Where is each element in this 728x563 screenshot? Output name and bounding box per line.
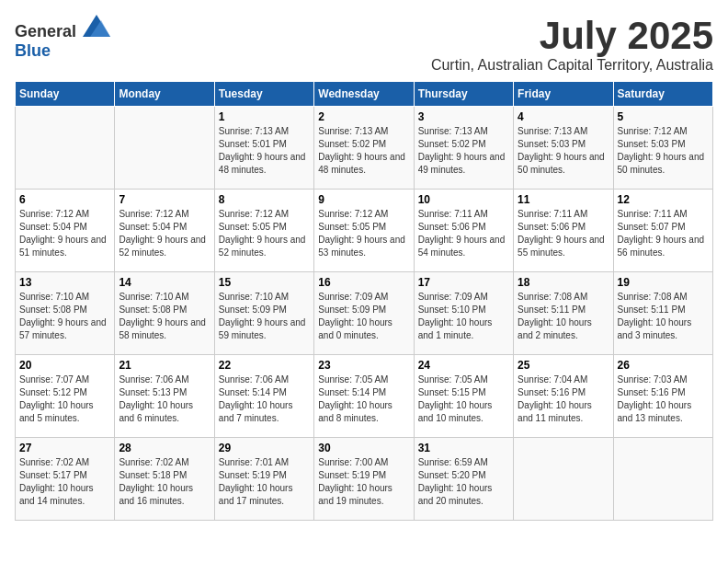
day-number: 8 (219, 193, 310, 206)
calendar-cell: 11Sunrise: 7:11 AM Sunset: 5:06 PM Dayli… (514, 190, 613, 272)
day-info: Sunrise: 7:01 AM Sunset: 5:19 PM Dayligh… (219, 456, 310, 508)
day-info: Sunrise: 7:08 AM Sunset: 5:11 PM Dayligh… (518, 291, 609, 342)
day-info: Sunrise: 7:10 AM Sunset: 5:08 PM Dayligh… (119, 291, 210, 342)
day-number: 22 (219, 359, 310, 372)
logo-blue: Blue (15, 41, 51, 60)
calendar-cell: 23Sunrise: 7:05 AM Sunset: 5:14 PM Dayli… (314, 355, 414, 438)
calendar-cell: 3Sunrise: 7:13 AM Sunset: 5:02 PM Daylig… (414, 107, 513, 190)
day-info: Sunrise: 7:12 AM Sunset: 5:04 PM Dayligh… (19, 208, 110, 259)
calendar-cell: 28Sunrise: 7:02 AM Sunset: 5:18 PM Dayli… (115, 438, 214, 521)
day-number: 2 (318, 110, 409, 123)
day-number: 6 (19, 193, 110, 206)
logo-general: General (15, 22, 76, 40)
day-info: Sunrise: 7:10 AM Sunset: 5:08 PM Dayligh… (19, 291, 110, 342)
day-number: 24 (418, 359, 509, 372)
calendar-body: 1Sunrise: 7:13 AM Sunset: 5:01 PM Daylig… (16, 107, 713, 521)
day-info: Sunrise: 7:07 AM Sunset: 5:12 PM Dayligh… (19, 373, 110, 425)
day-info: Sunrise: 7:12 AM Sunset: 5:05 PM Dayligh… (318, 208, 409, 259)
weekday-header-cell: Sunday (16, 82, 115, 107)
day-info: Sunrise: 7:13 AM Sunset: 5:01 PM Dayligh… (219, 125, 310, 177)
calendar-cell: 30Sunrise: 7:00 AM Sunset: 5:19 PM Dayli… (314, 438, 414, 521)
calendar-table: SundayMondayTuesdayWednesdayThursdayFrid… (15, 81, 713, 521)
day-number: 11 (518, 193, 609, 206)
day-number: 5 (618, 110, 709, 123)
day-number: 13 (19, 276, 110, 289)
calendar-cell: 10Sunrise: 7:11 AM Sunset: 5:06 PM Dayli… (414, 190, 513, 272)
calendar-cell: 27Sunrise: 7:02 AM Sunset: 5:17 PM Dayli… (16, 438, 115, 521)
calendar-cell: 21Sunrise: 7:06 AM Sunset: 5:13 PM Dayli… (115, 355, 214, 438)
day-number: 23 (318, 359, 409, 372)
day-number: 15 (219, 276, 310, 289)
day-info: Sunrise: 6:59 AM Sunset: 5:20 PM Dayligh… (418, 456, 509, 508)
day-info: Sunrise: 7:09 AM Sunset: 5:10 PM Dayligh… (418, 291, 509, 342)
calendar-cell: 24Sunrise: 7:05 AM Sunset: 5:15 PM Dayli… (414, 355, 513, 438)
calendar-cell: 29Sunrise: 7:01 AM Sunset: 5:19 PM Dayli… (214, 438, 313, 521)
page-header: General Blue July 2025 Curtin, Australia… (15, 15, 713, 74)
calendar-cell: 26Sunrise: 7:03 AM Sunset: 5:16 PM Dayli… (613, 355, 712, 438)
calendar-week-row: 20Sunrise: 7:07 AM Sunset: 5:12 PM Dayli… (16, 355, 713, 438)
day-number: 30 (318, 442, 409, 454)
day-info: Sunrise: 7:12 AM Sunset: 5:04 PM Dayligh… (119, 208, 210, 259)
calendar-cell: 20Sunrise: 7:07 AM Sunset: 5:12 PM Dayli… (16, 355, 115, 438)
calendar-cell: 9Sunrise: 7:12 AM Sunset: 5:05 PM Daylig… (314, 190, 414, 272)
day-number: 26 (618, 359, 709, 372)
day-number: 16 (318, 276, 409, 289)
day-info: Sunrise: 7:11 AM Sunset: 5:07 PM Dayligh… (618, 208, 709, 259)
calendar-week-row: 1Sunrise: 7:13 AM Sunset: 5:01 PM Daylig… (16, 107, 713, 190)
day-number: 17 (418, 276, 509, 289)
day-info: Sunrise: 7:04 AM Sunset: 5:16 PM Dayligh… (518, 373, 609, 425)
calendar-cell: 13Sunrise: 7:10 AM Sunset: 5:08 PM Dayli… (16, 272, 115, 355)
day-number: 4 (518, 110, 609, 123)
day-number: 1 (219, 110, 310, 123)
logo-icon (83, 15, 110, 37)
day-info: Sunrise: 7:02 AM Sunset: 5:17 PM Dayligh… (19, 456, 110, 508)
day-info: Sunrise: 7:02 AM Sunset: 5:18 PM Dayligh… (119, 456, 210, 508)
day-number: 9 (318, 193, 409, 206)
weekday-header-cell: Friday (514, 82, 613, 107)
calendar-cell: 1Sunrise: 7:13 AM Sunset: 5:01 PM Daylig… (214, 107, 313, 190)
day-info: Sunrise: 7:10 AM Sunset: 5:09 PM Dayligh… (219, 291, 310, 342)
day-number: 12 (618, 193, 709, 206)
day-info: Sunrise: 7:13 AM Sunset: 5:03 PM Dayligh… (518, 125, 609, 177)
day-info: Sunrise: 7:08 AM Sunset: 5:11 PM Dayligh… (618, 291, 709, 342)
calendar-cell: 25Sunrise: 7:04 AM Sunset: 5:16 PM Dayli… (514, 355, 613, 438)
calendar-cell (613, 438, 712, 521)
day-info: Sunrise: 7:12 AM Sunset: 5:05 PM Dayligh… (219, 208, 310, 259)
month-title: July 2025 (431, 15, 713, 57)
day-info: Sunrise: 7:06 AM Sunset: 5:14 PM Dayligh… (219, 373, 310, 425)
day-info: Sunrise: 7:13 AM Sunset: 5:02 PM Dayligh… (418, 125, 509, 177)
day-number: 31 (418, 442, 509, 454)
calendar-cell: 15Sunrise: 7:10 AM Sunset: 5:09 PM Dayli… (214, 272, 313, 355)
calendar-cell: 17Sunrise: 7:09 AM Sunset: 5:10 PM Dayli… (414, 272, 513, 355)
day-info: Sunrise: 7:05 AM Sunset: 5:14 PM Dayligh… (318, 373, 409, 425)
logo: General Blue (15, 15, 110, 61)
day-info: Sunrise: 7:09 AM Sunset: 5:09 PM Dayligh… (318, 291, 409, 342)
calendar-cell: 14Sunrise: 7:10 AM Sunset: 5:08 PM Dayli… (115, 272, 214, 355)
calendar-cell: 31Sunrise: 6:59 AM Sunset: 5:20 PM Dayli… (414, 438, 513, 521)
day-info: Sunrise: 7:11 AM Sunset: 5:06 PM Dayligh… (418, 208, 509, 259)
day-number: 7 (119, 193, 210, 206)
calendar-cell: 16Sunrise: 7:09 AM Sunset: 5:09 PM Dayli… (314, 272, 414, 355)
calendar-cell: 22Sunrise: 7:06 AM Sunset: 5:14 PM Dayli… (214, 355, 313, 438)
day-number: 10 (418, 193, 509, 206)
weekday-header-row: SundayMondayTuesdayWednesdayThursdayFrid… (16, 82, 713, 107)
day-number: 25 (518, 359, 609, 372)
calendar-week-row: 6Sunrise: 7:12 AM Sunset: 5:04 PM Daylig… (16, 190, 713, 272)
calendar-cell: 19Sunrise: 7:08 AM Sunset: 5:11 PM Dayli… (613, 272, 712, 355)
day-number: 19 (618, 276, 709, 289)
day-info: Sunrise: 7:12 AM Sunset: 5:03 PM Dayligh… (618, 125, 709, 177)
calendar-cell: 5Sunrise: 7:12 AM Sunset: 5:03 PM Daylig… (613, 107, 712, 190)
calendar-cell (514, 438, 613, 521)
day-number: 18 (518, 276, 609, 289)
day-info: Sunrise: 7:00 AM Sunset: 5:19 PM Dayligh… (318, 456, 409, 508)
day-number: 20 (19, 359, 110, 372)
day-number: 3 (418, 110, 509, 123)
calendar-cell: 4Sunrise: 7:13 AM Sunset: 5:03 PM Daylig… (514, 107, 613, 190)
day-number: 27 (19, 442, 110, 454)
day-info: Sunrise: 7:03 AM Sunset: 5:16 PM Dayligh… (618, 373, 709, 425)
calendar-cell: 8Sunrise: 7:12 AM Sunset: 5:05 PM Daylig… (214, 190, 313, 272)
day-info: Sunrise: 7:05 AM Sunset: 5:15 PM Dayligh… (418, 373, 509, 425)
weekday-header-cell: Wednesday (314, 82, 414, 107)
calendar-week-row: 13Sunrise: 7:10 AM Sunset: 5:08 PM Dayli… (16, 272, 713, 355)
day-number: 28 (119, 442, 210, 454)
